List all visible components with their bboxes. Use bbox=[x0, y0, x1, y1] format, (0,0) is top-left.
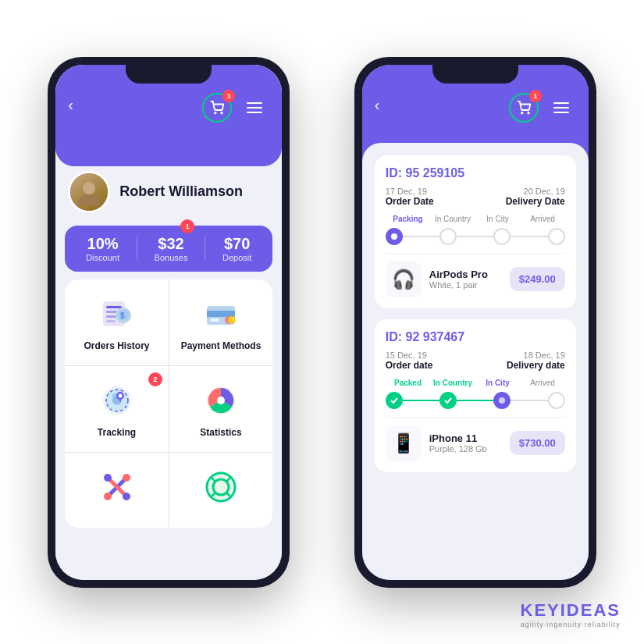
brand-tagline: agility·ingenuity·reliability bbox=[521, 621, 621, 628]
menu-grid: $ Orders History bbox=[65, 279, 272, 528]
tracking-header-icons: 1 bbox=[509, 93, 576, 123]
order-delivery-val-1: 20 Dec, 19 bbox=[506, 187, 565, 196]
menu-payment-methods[interactable]: Payment Methods bbox=[169, 279, 273, 365]
progress-labels-1: Packing In Country In City Arrived bbox=[386, 215, 565, 223]
svg-point-16 bbox=[228, 316, 236, 324]
product-row-1: 🎧 AirPods Pro White, 1 pair $249.00 bbox=[386, 253, 565, 297]
step-label-1-1: In Country bbox=[430, 215, 475, 223]
stat-discount-label: Discount bbox=[86, 253, 119, 262]
connector-1-1 bbox=[457, 236, 493, 237]
order-delivery-right-2: 18 Dec, 19 Delivery date bbox=[507, 350, 565, 371]
phone-2: ‹ 1 bbox=[354, 57, 596, 588]
product-price-2: $730.00 bbox=[510, 431, 565, 455]
screen-tracking: ‹ 1 bbox=[362, 65, 589, 580]
menu-orders-history[interactable]: $ Orders History bbox=[65, 279, 169, 365]
stat-deposit-label: Deposit bbox=[222, 253, 251, 262]
svg-point-38 bbox=[391, 233, 397, 240]
connector-2-1 bbox=[457, 400, 493, 401]
orders-history-icon: $ bbox=[97, 294, 137, 334]
order-dates-2: 15 Dec, 19 Order date 18 Dec, 19 Deliver… bbox=[386, 350, 565, 371]
product-name-1: AirPods Pro bbox=[429, 269, 502, 280]
step-dot-1-1 bbox=[439, 228, 457, 245]
svg-point-37 bbox=[528, 112, 529, 114]
screen-profile: ‹ 1 bbox=[55, 65, 282, 580]
order-date-left-2: 15 Dec, 19 Order date bbox=[386, 350, 433, 371]
tracking-menu-button[interactable] bbox=[546, 93, 576, 123]
cart-badge: 1 bbox=[222, 90, 235, 102]
stat-discount-value: 10% bbox=[86, 235, 119, 253]
step-dot-2-2 bbox=[493, 392, 511, 409]
order-date-label-2: Order date bbox=[386, 360, 433, 371]
menu-button[interactable] bbox=[240, 93, 269, 123]
notch-2 bbox=[432, 65, 518, 84]
profile-section: Robert Williamson bbox=[55, 158, 282, 219]
tracking-back-button[interactable]: ‹ bbox=[375, 96, 380, 114]
product-variant-1: White, 1 pair bbox=[429, 280, 502, 290]
order-date-val-1: 17 Dec, 19 bbox=[386, 187, 434, 196]
tracking-cart-button[interactable]: 1 bbox=[509, 93, 539, 123]
svg-point-0 bbox=[215, 112, 216, 114]
svg-point-26 bbox=[104, 474, 112, 482]
order-id-2: ID: 92 937467 bbox=[386, 330, 565, 344]
statistics-label: Statistics bbox=[200, 427, 241, 438]
svg-point-28 bbox=[104, 493, 112, 500]
stat-divider-2 bbox=[205, 237, 205, 260]
avatar-image bbox=[70, 172, 108, 211]
statistics-icon bbox=[201, 380, 241, 421]
svg-point-27 bbox=[123, 474, 130, 482]
menu-statistics[interactable]: Statistics bbox=[169, 366, 273, 452]
step-label-2-2: In City bbox=[475, 379, 521, 387]
menu-tracking[interactable]: 2 Tracking bbox=[65, 366, 169, 452]
product-info-1: AirPods Pro White, 1 pair bbox=[429, 269, 502, 290]
settings-icon bbox=[97, 467, 137, 507]
cart-button[interactable]: 1 bbox=[202, 93, 232, 123]
order-date-left-1: 17 Dec, 19 Order Date bbox=[386, 187, 434, 207]
step-label-2-1: In Country bbox=[430, 379, 475, 387]
progress-line-2 bbox=[386, 392, 565, 409]
product-price-1: $249.00 bbox=[510, 267, 565, 291]
step-label-2-3: Arrived bbox=[520, 379, 565, 387]
step-dot-2-3 bbox=[548, 392, 565, 409]
step-dot-1-3 bbox=[548, 228, 565, 245]
order-dates-1: 17 Dec, 19 Order Date 20 Dec, 19 Deliver… bbox=[386, 187, 565, 207]
svg-point-29 bbox=[123, 493, 130, 500]
phone-1: ‹ 1 bbox=[48, 57, 290, 588]
progress-line-1 bbox=[386, 228, 565, 245]
brand-name: KEYIDEAS bbox=[521, 600, 621, 621]
stat-divider-1 bbox=[137, 237, 137, 260]
connector-1-0 bbox=[403, 236, 439, 237]
order-delivery-right-1: 20 Dec, 19 Delivery Date bbox=[506, 187, 565, 207]
svg-rect-5 bbox=[106, 306, 122, 308]
brand-key: KEY bbox=[521, 600, 560, 620]
progress-track-2: Packed In Country In City Arrived bbox=[386, 379, 565, 409]
stat-bonuses: $32 Bonuses bbox=[155, 235, 188, 262]
connector-2-2 bbox=[511, 400, 547, 401]
product-info-2: iPhone 11 Purple, 128 Gb bbox=[429, 432, 502, 454]
svg-rect-14 bbox=[210, 318, 219, 322]
hamburger-icon bbox=[247, 102, 262, 113]
menu-settings[interactable] bbox=[65, 453, 169, 528]
step-label-2-0: Packed bbox=[386, 379, 431, 387]
tracking-content: ID: 95 259105 17 Dec, 19 Order Date 20 D… bbox=[362, 143, 589, 580]
tracking-label: Tracking bbox=[98, 427, 136, 438]
svg-point-1 bbox=[222, 112, 223, 114]
payment-methods-icon bbox=[201, 294, 241, 334]
header-icons: 1 bbox=[202, 93, 269, 123]
menu-support[interactable] bbox=[169, 453, 273, 528]
product-image-1: 🎧 bbox=[386, 262, 422, 297]
order-date-val-2: 15 Dec, 19 bbox=[386, 350, 433, 360]
order-delivery-val-2: 18 Dec, 19 bbox=[507, 350, 565, 360]
step-dot-2-0 bbox=[386, 392, 403, 409]
notch-1 bbox=[126, 65, 212, 84]
stats-bar: 1 10% Discount $32 Bonuses $70 Deposit bbox=[65, 226, 272, 272]
back-button[interactable]: ‹ bbox=[68, 96, 73, 114]
product-name-2: iPhone 11 bbox=[429, 432, 502, 444]
progress-track-1: Packing In Country In City Arrived bbox=[386, 215, 565, 245]
stat-deposit: $70 Deposit bbox=[222, 235, 251, 262]
stat-deposit-value: $70 bbox=[222, 235, 251, 253]
connector-1-2 bbox=[511, 236, 547, 237]
product-image-2: 📱 bbox=[386, 425, 422, 461]
stat-bonuses-value: $32 bbox=[155, 235, 188, 253]
step-dot-1-0 bbox=[386, 228, 403, 245]
order-delivery-label-2: Delivery date bbox=[507, 360, 565, 371]
